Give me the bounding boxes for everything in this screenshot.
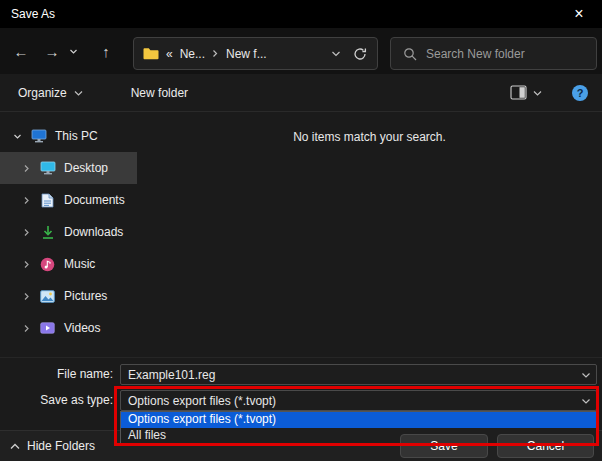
sidebar-item-music[interactable]: Music [0,248,137,280]
sidebar-item-label: This PC [55,129,98,143]
chevron-right-icon[interactable] [21,196,32,205]
command-bar: Organize New folder ? [0,74,602,112]
cancel-button[interactable]: Cancel [497,434,594,458]
up-icon[interactable]: ↑ [93,38,119,64]
content-area: This PC Desktop Documents [0,113,602,358]
chevron-expanded-icon[interactable] [12,132,23,141]
breadcrumb-overflow[interactable]: « [166,47,173,61]
desktop-icon [39,161,56,175]
chevron-down-icon[interactable] [533,89,542,97]
file-name-combobox[interactable] [120,364,597,385]
file-name-input[interactable] [121,368,576,382]
sidebar-item-documents[interactable]: Documents [0,184,137,216]
search-box[interactable] [390,37,597,70]
chevron-up-icon [10,443,20,450]
bottom-panel-divider [0,357,602,358]
sidebar-item-pictures[interactable]: Pictures [0,280,137,312]
search-input[interactable] [417,47,596,61]
sidebar-item-label: Pictures [64,289,107,303]
empty-results-message: No items match your search. [137,130,602,144]
file-name-label: File name: [0,364,113,385]
chevron-right-icon[interactable] [21,292,32,301]
save-as-dialog: Save As × ← → ↑ « Ne... New f... [0,0,602,461]
save-as-type-combobox[interactable]: Options export files (*.tvopt) [120,390,597,411]
sidebar-item-label: Music [64,257,95,271]
address-dropdown-chevron-icon[interactable] [326,49,346,58]
history-chevron-icon[interactable] [65,38,81,64]
breadcrumb-item[interactable]: New f... [226,47,267,61]
folder-icon [143,47,159,60]
documents-icon [39,193,56,208]
view-mode-button[interactable] [502,80,550,105]
chevron-right-icon[interactable] [21,228,32,237]
address-bar[interactable]: « Ne... New f... [133,37,378,70]
refresh-icon[interactable] [346,47,374,61]
command-bar-right: ? [502,80,602,105]
view-pane-icon [510,85,527,100]
sidebar-item-this-pc[interactable]: This PC [0,120,137,152]
save-as-type-value: Options export files (*.tvopt) [121,394,576,408]
chevron-right-icon[interactable] [21,324,32,333]
videos-icon [39,322,56,334]
dropdown-option-tvopt[interactable]: Options export files (*.tvopt) [121,412,596,428]
new-folder-label: New folder [131,86,188,100]
organize-button[interactable]: Organize [8,80,93,106]
sidebar-item-downloads[interactable]: Downloads [0,216,137,248]
chevron-down-icon[interactable] [576,371,596,379]
forward-icon[interactable]: → [39,38,65,64]
title-bar: Save As × [0,0,602,28]
file-list-area: No items match your search. [137,113,602,358]
navigation-tree: This PC Desktop Documents [0,113,137,358]
sidebar-item-videos[interactable]: Videos [0,312,137,344]
sidebar-item-label: Desktop [64,161,108,175]
back-icon[interactable]: ← [8,38,34,64]
this-pc-icon [30,129,47,143]
chevron-right-icon[interactable] [21,260,32,269]
new-folder-button[interactable]: New folder [121,80,198,106]
help-icon[interactable]: ? [572,85,588,101]
pictures-icon [39,290,56,303]
chevron-down-icon [74,89,83,97]
sidebar-item-label: Downloads [64,225,123,239]
window-title: Save As [0,7,55,21]
save-as-type-label: Save as type: [0,390,113,411]
music-icon [39,257,56,272]
sidebar-item-label: Documents [64,193,125,207]
breadcrumb-separator-icon [211,49,219,58]
close-icon[interactable]: × [556,0,602,28]
organize-label: Organize [18,86,67,100]
hide-folders-label: Hide Folders [27,439,95,453]
hide-folders-button[interactable]: Hide Folders [10,439,95,453]
breadcrumb-item[interactable]: Ne... [180,47,205,61]
sidebar-item-desktop[interactable]: Desktop [0,152,137,184]
save-button[interactable]: Save [400,434,488,458]
search-icon [403,47,417,61]
chevron-right-icon[interactable] [21,164,32,173]
downloads-icon [39,225,56,240]
chevron-down-icon[interactable] [576,397,596,405]
sidebar-item-label: Videos [64,321,100,335]
